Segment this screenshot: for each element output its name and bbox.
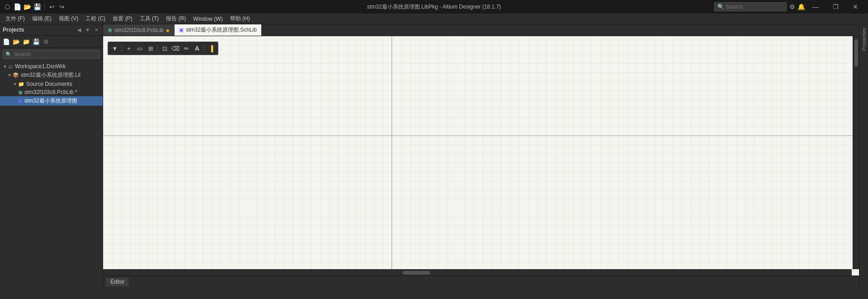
tab-bar: ▣ stm32f103c8.PcbLib ● ▣ stm32最小系统原理图.Sc… bbox=[103, 24, 859, 36]
undo-icon[interactable]: ↩ bbox=[48, 3, 56, 10]
pen-button[interactable]: ✏ bbox=[181, 43, 191, 53]
search-icon: 🔍 bbox=[717, 4, 724, 10]
tab-pcblib[interactable]: ▣ stm32f103c8.PcbLib ● bbox=[103, 24, 175, 36]
properties-tab[interactable]: Properties bbox=[860, 24, 868, 54]
editor-tab[interactable]: Editor bbox=[106, 277, 129, 286]
editor-area: ▣ stm32f103c8.PcbLib ● ▣ stm32最小系统原理图.Sc… bbox=[103, 24, 859, 287]
global-search-box[interactable]: 🔍 bbox=[714, 2, 787, 11]
panel-close-button[interactable]: ✕ bbox=[93, 26, 100, 33]
save-icon[interactable]: 💾 bbox=[33, 3, 41, 10]
open-icon[interactable]: 📂 bbox=[24, 3, 31, 10]
tab-pcblib-label: stm32f103c8.PcbLib bbox=[114, 27, 164, 33]
workspace-icon: 🗂 bbox=[8, 64, 13, 69]
project-icon: 📦 bbox=[13, 72, 19, 78]
menu-view[interactable]: 视图 (V) bbox=[55, 14, 82, 23]
eraser-button[interactable]: ⌫ bbox=[170, 43, 180, 53]
window-title: stm32最小系统原理图.LibPkg - Altium Designer (1… bbox=[367, 3, 501, 11]
canvas-inner: ▼ + ▭ ⊞ ⊡ ⌫ ✏ A ▐ bbox=[103, 36, 859, 276]
workspace-item[interactable]: ▼ 🗂 Workspace1.DsnWrk bbox=[0, 62, 103, 70]
crosshair-vertical bbox=[392, 36, 392, 276]
projects-panel: Projects ◀ ▼ ✕ 📄 📂 📁 💾 ⚙ 🔍 ▼ 🗂 Workspace… bbox=[0, 24, 103, 287]
source-folder-icon: 📁 bbox=[18, 81, 24, 87]
vertical-scrollbar[interactable] bbox=[853, 36, 859, 269]
canvas-area[interactable]: ▼ + ▭ ⊞ ⊡ ⌫ ✏ A ▐ bbox=[103, 36, 859, 276]
ft-sep3 bbox=[204, 45, 204, 52]
pcblib-label: stm32f103c8.PcbLib * bbox=[24, 89, 77, 95]
ft-sep1 bbox=[122, 45, 122, 52]
restore-button[interactable]: ❐ bbox=[826, 0, 844, 14]
horizontal-scroll-thumb[interactable] bbox=[403, 271, 430, 275]
panel-header: Projects ◀ ▼ ✕ bbox=[0, 24, 103, 36]
source-folder-item[interactable]: ▼ 📁 Source Documents bbox=[0, 80, 103, 88]
redo-icon[interactable]: ↪ bbox=[58, 3, 66, 10]
sep1 bbox=[44, 3, 45, 10]
bottom-bar: Editor bbox=[103, 276, 859, 287]
notification-icon[interactable]: 🔔 bbox=[797, 3, 805, 10]
tab-pcblib-modified: ● bbox=[166, 27, 170, 34]
tab-pcblib-icon: ▣ bbox=[108, 27, 112, 33]
new-file-icon[interactable]: 📄 bbox=[14, 3, 21, 10]
float-toolbar: ▼ + ▭ ⊞ ⊡ ⌫ ✏ A ▐ bbox=[108, 42, 218, 55]
minimize-button[interactable]: — bbox=[807, 0, 825, 14]
open-project-button[interactable]: 📁 bbox=[22, 37, 31, 46]
align-button[interactable]: ⊡ bbox=[160, 43, 170, 53]
panel-header-buttons: ◀ ▼ ✕ bbox=[75, 26, 100, 33]
project-arrow: ▼ bbox=[7, 73, 12, 78]
rect-button[interactable]: ▭ bbox=[135, 43, 145, 53]
pcblib-icon: ▣ bbox=[18, 89, 23, 95]
save-project-button[interactable]: 💾 bbox=[32, 37, 41, 46]
panel-toolbar: 📄 📂 📁 💾 ⚙ bbox=[0, 36, 103, 48]
source-folder-label: Source Documents bbox=[26, 81, 72, 87]
panel-search-box[interactable]: 🔍 bbox=[3, 50, 100, 59]
menu-reports[interactable]: 报告 (R) bbox=[162, 14, 189, 23]
main-area: Projects ◀ ▼ ✕ 📄 📂 📁 💾 ⚙ 🔍 ▼ 🗂 Workspace… bbox=[0, 24, 868, 287]
tag-button[interactable]: ▐ bbox=[206, 43, 216, 53]
filter-button[interactable]: ▼ bbox=[110, 43, 120, 53]
menu-tools[interactable]: 工具 (T) bbox=[136, 14, 163, 23]
menubar: 文件 (F) 编辑 (E) 视图 (V) 工程 (C) 放置 (P) 工具 (T… bbox=[0, 14, 868, 24]
vertical-scroll-thumb[interactable] bbox=[854, 39, 858, 66]
close-button[interactable]: ✕ bbox=[846, 0, 864, 14]
menu-edit[interactable]: 编辑 (E) bbox=[28, 14, 55, 23]
schlib-file-item[interactable]: ▣ stm32最小系统原理图 bbox=[0, 96, 103, 106]
panel-pin-button[interactable]: ◀ bbox=[75, 26, 83, 33]
right-panel: Properties bbox=[859, 24, 868, 287]
project-tree: ▼ 🗂 Workspace1.DsnWrk ▼ 📦 stm32最小系统原理图.L… bbox=[0, 61, 103, 287]
tab-schlib-label: stm32最小系统原理图.SchLib bbox=[186, 26, 257, 34]
panel-search-input[interactable] bbox=[14, 51, 97, 57]
new-doc-button[interactable]: 📄 bbox=[2, 37, 11, 46]
project-label: stm32最小系统原理图.Lil bbox=[21, 71, 80, 79]
menu-project[interactable]: 工程 (C) bbox=[82, 14, 109, 23]
add-existing-button[interactable]: 📂 bbox=[12, 37, 21, 46]
schlib-icon: ▣ bbox=[18, 98, 23, 104]
workspace-arrow: ▼ bbox=[3, 64, 7, 69]
ft-sep2 bbox=[157, 45, 158, 52]
add-button[interactable]: + bbox=[124, 43, 134, 53]
titlebar-left: ⬡ 📄 📂 💾 ↩ ↪ bbox=[4, 3, 66, 10]
menu-file[interactable]: 文件 (F) bbox=[2, 14, 28, 23]
menu-place[interactable]: 放置 (P) bbox=[109, 14, 136, 23]
pcblib-file-item[interactable]: ▣ stm32f103c8.PcbLib * bbox=[0, 88, 103, 96]
source-folder-arrow: ▼ bbox=[13, 82, 17, 87]
tab-schlib-icon: ▣ bbox=[179, 27, 184, 33]
search-input[interactable] bbox=[726, 4, 780, 10]
project-settings-button[interactable]: ⚙ bbox=[42, 37, 51, 46]
horizontal-scrollbar[interactable] bbox=[103, 269, 852, 276]
panel-search-icon: 🔍 bbox=[5, 51, 12, 57]
titlebar: ⬡ 📄 📂 💾 ↩ ↪ stm32最小系统原理图.LibPkg - Altium… bbox=[0, 0, 868, 14]
project-item[interactable]: ▼ 📦 stm32最小系统原理图.Lil bbox=[0, 70, 103, 80]
tab-schlib[interactable]: ▣ stm32最小系统原理图.SchLib bbox=[175, 24, 262, 36]
menu-help[interactable]: 帮助 (H) bbox=[226, 14, 254, 23]
menu-window[interactable]: Window (W) bbox=[189, 15, 226, 23]
settings-icon[interactable]: ⚙ bbox=[788, 3, 796, 10]
panel-options-button[interactable]: ▼ bbox=[84, 26, 91, 33]
crosshair-horizontal bbox=[103, 135, 859, 136]
titlebar-right: 🔍 ⚙ 🔔 — ❐ ✕ bbox=[714, 0, 864, 14]
text-button[interactable]: A bbox=[192, 43, 202, 53]
crop-button[interactable]: ⊞ bbox=[146, 43, 156, 53]
app-icon: ⬡ bbox=[4, 3, 11, 10]
panel-title: Projects bbox=[3, 27, 24, 33]
schlib-label: stm32最小系统原理图 bbox=[24, 97, 77, 105]
workspace-label: Workspace1.DsnWrk bbox=[15, 63, 66, 70]
